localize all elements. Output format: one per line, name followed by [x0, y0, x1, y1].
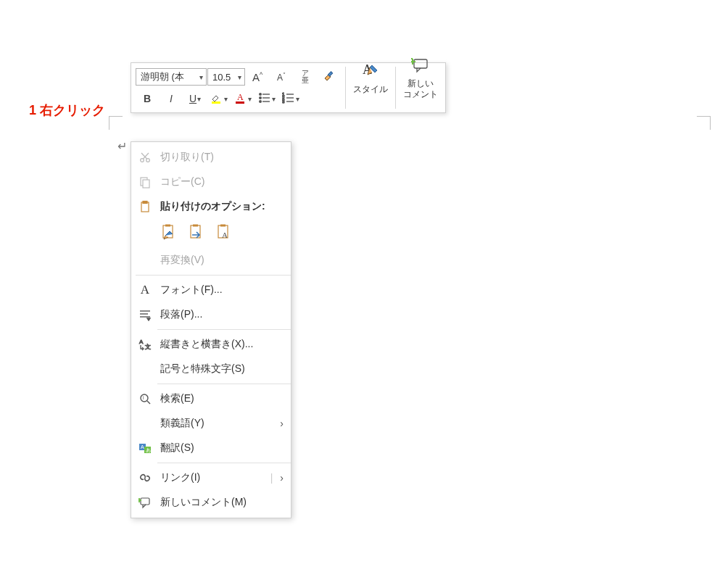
highlight-icon	[210, 91, 223, 107]
menu-synonyms-label: 類義語(Y)	[160, 417, 273, 430]
svg-rect-26	[143, 180, 149, 188]
menu-new-comment-label: 新しいコメント(M)	[160, 496, 284, 509]
menu-font-label: フォント(F)...	[160, 283, 284, 297]
menu-symbols[interactable]: 記号と特殊文字(S)	[131, 357, 291, 381]
chevron-right-icon: ›	[280, 472, 284, 484]
grow-font-button[interactable]: A^	[246, 67, 269, 87]
search-icon: i	[137, 391, 153, 407]
svg-text:A: A	[139, 339, 144, 345]
text-cursor: ↵	[117, 139, 127, 153]
font-name-value: 游明朝 (本	[141, 70, 184, 83]
paste-merge-formatting[interactable]	[185, 220, 208, 244]
numbering-button[interactable]: 1 2 3 ▾	[279, 88, 302, 109]
chevron-right-icon: ›	[280, 418, 284, 429]
highlight-color-button[interactable]: ▾	[207, 88, 231, 109]
mini-toolbar: 游明朝 (本 ▾ 10.5 ▾ A^ A˅ ア亜	[131, 62, 446, 113]
clipboard-icon	[137, 199, 153, 215]
menu-translate-label: 翻訳(S)	[160, 442, 284, 455]
chevron-down-icon: ▾	[271, 95, 276, 103]
svg-rect-48	[141, 498, 149, 505]
paste-keep-source-formatting[interactable]	[157, 220, 181, 244]
underline-icon: U	[189, 93, 197, 104]
styles-label: スタイル	[353, 84, 388, 94]
bold-icon: B	[144, 93, 151, 104]
menu-new-comment[interactable]: 新しいコメント(M)	[131, 490, 291, 515]
menu-font[interactable]: A フォント(F)...	[131, 278, 291, 302]
italic-button[interactable]: I	[160, 88, 183, 109]
svg-rect-0	[328, 71, 332, 75]
phonetic-guide-icon: ア亜	[302, 70, 309, 84]
bullets-icon	[258, 91, 271, 107]
menu-reconvert-label: 再変換(V)	[160, 254, 284, 267]
text-direction-icon: A文	[137, 336, 153, 352]
font-name-combo[interactable]: 游明朝 (本 ▾	[136, 68, 207, 86]
bullets-button[interactable]: ▾	[255, 88, 278, 109]
chevron-down-icon: ▾	[247, 95, 252, 103]
menu-synonyms[interactable]: 類義語(Y) ›	[131, 411, 291, 436]
new-comment-label-2: コメント	[403, 89, 438, 99]
styles-icon: A	[361, 61, 380, 83]
svg-text:i: i	[143, 395, 144, 400]
phonetic-guide-button[interactable]: ア亜	[294, 67, 317, 87]
page-crop-top-right	[697, 116, 711, 130]
svg-text:A: A	[222, 231, 228, 239]
paste-text-only[interactable]: A	[212, 220, 236, 244]
shrink-font-button[interactable]: A˅	[270, 67, 293, 87]
paintbrush-icon	[322, 69, 336, 86]
toolbar-separator	[345, 67, 346, 109]
underline-button[interactable]: U▾	[183, 88, 207, 109]
page-crop-top-left	[109, 116, 123, 130]
grow-font-icon: A^	[252, 71, 262, 83]
svg-text:文: 文	[145, 344, 151, 350]
menu-text-direction[interactable]: A文 縦書きと横書き(X)...	[131, 332, 291, 357]
svg-point-8	[260, 100, 262, 102]
menu-copy[interactable]: コピー(C)	[131, 170, 291, 194]
format-painter-button[interactable]	[318, 67, 341, 87]
svg-rect-29	[163, 225, 173, 238]
blank-icon	[137, 252, 153, 268]
menu-paragraph-label: 段落(P)...	[160, 308, 284, 321]
svg-text:3: 3	[282, 99, 285, 104]
new-comment-icon	[137, 494, 153, 510]
font-size-combo[interactable]: 10.5 ▾	[207, 68, 245, 86]
menu-search-label: 検索(E)	[160, 392, 284, 405]
paragraph-icon	[137, 307, 153, 323]
new-comment-icon	[411, 56, 430, 78]
chevron-down-icon: ▾	[238, 73, 241, 81]
font-color-icon: A	[234, 91, 247, 107]
svg-line-42	[147, 401, 150, 404]
scissors-icon	[137, 149, 153, 165]
svg-point-4	[260, 93, 262, 95]
svg-text:A: A	[141, 444, 144, 450]
svg-text:あ: あ	[146, 447, 151, 453]
svg-rect-17	[414, 59, 427, 68]
new-comment-button[interactable]: 新しい コメント	[397, 65, 444, 89]
paste-options-row: A	[131, 219, 291, 248]
menu-divider	[157, 329, 291, 330]
menu-symbols-label: 記号と特殊文字(S)	[160, 362, 284, 376]
menu-paste-options-header: 貼り付けのオプション:	[131, 194, 291, 219]
svg-rect-34	[220, 225, 226, 227]
svg-point-21	[141, 159, 144, 162]
svg-text:A: A	[237, 92, 244, 102]
menu-divider	[136, 275, 291, 276]
font-size-value: 10.5	[212, 72, 231, 83]
chevron-down-icon: ▾	[295, 95, 299, 103]
menu-divider	[157, 463, 291, 463]
styles-button[interactable]: A スタイル	[347, 65, 394, 89]
shrink-font-icon: A˅	[277, 72, 286, 83]
font-color-button[interactable]: A ▾	[231, 88, 255, 109]
context-menu: 切り取り(T) コピー(C) 貼り付けのオプション:	[131, 141, 291, 518]
font-dialog-icon: A	[137, 282, 153, 298]
menu-search[interactable]: i 検索(E)	[131, 386, 291, 411]
menu-paragraph[interactable]: 段落(P)...	[131, 302, 291, 327]
menu-reconvert[interactable]: 再変換(V)	[131, 248, 291, 273]
bold-button[interactable]: B	[136, 88, 159, 109]
menu-text-direction-label: 縦書きと横書き(X)...	[160, 338, 284, 351]
chevron-down-icon: ▾	[199, 73, 203, 81]
menu-cut[interactable]: 切り取り(T)	[131, 145, 291, 170]
menu-link[interactable]: リンク(I) | ›	[131, 465, 291, 490]
blank-icon	[137, 361, 153, 377]
svg-rect-1	[212, 102, 220, 104]
menu-translate[interactable]: A あ 翻訳(S)	[131, 436, 291, 460]
